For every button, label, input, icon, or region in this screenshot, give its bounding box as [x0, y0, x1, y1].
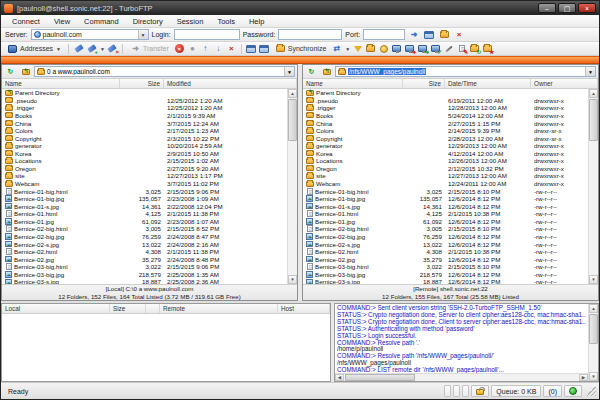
compare-folders-icon[interactable]: [365, 44, 376, 54]
menu-item-directory[interactable]: Directory: [126, 17, 170, 26]
close-button[interactable]: ×: [578, 3, 596, 13]
minimize-button[interactable]: –: [538, 3, 556, 13]
file-row[interactable]: Bernice-02.html4,3082/1/2015 11:38 PM: [2, 248, 287, 256]
schedule-icon[interactable]: [378, 44, 389, 54]
file-row[interactable]: Bernice-01.html4,1252/1/2015 10:38 PM-rw…: [303, 210, 588, 218]
task-edit-icon[interactable]: ✓: [430, 44, 441, 54]
scroll-thumb[interactable]: [589, 99, 598, 141]
scroll-down-icon[interactable]: ▼: [589, 275, 598, 284]
log-vscrollbar[interactable]: ▲ ▼: [588, 304, 598, 381]
local-scrollbar[interactable]: ▲ ▼: [287, 89, 297, 284]
queue-column-size[interactable]: Size: [110, 304, 146, 313]
transfer-button[interactable]: ➜ Transfer: [127, 43, 172, 55]
session-log[interactable]: COMMAND:> Sent client version string 'SS…: [335, 304, 588, 373]
scroll-down-icon[interactable]: ▼: [589, 372, 598, 381]
menu-item-connect[interactable]: Connect: [5, 17, 47, 26]
menu-item-session[interactable]: Session: [170, 17, 211, 26]
file-row[interactable]: Bernice-02-s.jpg13,02212/6/2014 8:12 PM-…: [303, 240, 588, 248]
folder-sync-icon[interactable]: ↻: [469, 44, 480, 54]
synchronize-button[interactable]: Synchronize: [272, 43, 330, 55]
folder-row[interactable]: site12/27/2013 1:17 PM: [2, 172, 287, 180]
remote-path-dropdown-icon[interactable]: ▼: [585, 67, 595, 76]
file-row[interactable]: Bernice-01.jpg61,09212/6/2014 8:12 PM-rw…: [303, 218, 588, 226]
folder-row[interactable]: Books2/1/2015 9:39 AM: [2, 112, 287, 120]
folder-row[interactable]: China2/27/2015 1:15 PMdrwxrwxr-x: [303, 119, 588, 127]
tools-icon[interactable]: [443, 44, 454, 54]
menu-item-command[interactable]: Command: [77, 17, 126, 26]
new-site-icon[interactable]: ★: [482, 44, 493, 54]
scroll-up-icon[interactable]: ▲: [288, 89, 297, 98]
connect-go-icon[interactable]: ➜: [408, 29, 420, 40]
remote-folder-up-icon[interactable]: [320, 66, 333, 77]
queue-column-host[interactable]: Host: [278, 304, 330, 313]
file-row[interactable]: Bernice-02-big.jpg76,2592/24/2008 8:47 P…: [2, 233, 287, 241]
file-row[interactable]: Bernice-02-big.html3,0052/15/2015 8:10 P…: [303, 225, 588, 233]
folder-row[interactable]: Oregon2/12/2015 10:32 PMdrwxrwxr-x: [303, 165, 588, 173]
scroll-thumb[interactable]: [345, 374, 415, 381]
queue-list[interactable]: [2, 314, 330, 381]
file-row[interactable]: Bernice-01-s.jpg14,36112/6/2014 8:12 PM-…: [303, 202, 588, 210]
folder-row[interactable]: Colors2/17/2015 1:23 AM: [2, 127, 287, 135]
scroll-right-icon[interactable]: ▶: [579, 374, 588, 381]
new-address-icon[interactable]: [423, 29, 435, 40]
folder-row[interactable]: Copyright2/3/2015 10:22 PM: [2, 134, 287, 142]
file-row[interactable]: Bernice-01-big.html3,0252/15/2015 8:10 P…: [303, 187, 588, 195]
queue-down-icon[interactable]: ↓: [213, 44, 224, 54]
folder-row[interactable]: generator10/20/2014 2:59 AM: [2, 142, 287, 150]
folder-row[interactable]: Locations2/15/2015 1:02 AM: [2, 157, 287, 165]
folder-row[interactable]: Locations12/26/2013 12:00 AMdrwxrwxr-x: [303, 157, 588, 165]
connect-dropdown-icon[interactable]: ▼: [100, 46, 105, 52]
column-header-owner[interactable]: Owner: [531, 79, 598, 88]
file-row[interactable]: Bernice-01.html4,1252/1/2015 11:38 PM: [2, 210, 287, 218]
file-row[interactable]: Bernice-01.jpg61,0922/23/2008 1:07 AM: [2, 218, 287, 226]
folder-row[interactable]: .trigger12/25/2012 1:20 AM: [2, 104, 287, 112]
local-folder-up-icon[interactable]: [19, 66, 32, 77]
scroll-up-icon[interactable]: ▲: [589, 89, 598, 98]
active-session-bar[interactable]: [1, 56, 599, 64]
remote-path-combo[interactable]: /nfs/WWW_pages/paulnoll ▼: [335, 66, 596, 77]
filter-icon[interactable]: [352, 44, 363, 54]
queue-column-blank[interactable]: [146, 304, 160, 313]
file-row[interactable]: Bernice-02.jpg35,2792/24/2008 8:48 PM: [2, 255, 287, 263]
file-row[interactable]: Bernice-02-big.html3,0052/15/2015 8:52 P…: [2, 225, 287, 233]
password-input[interactable]: [278, 29, 342, 40]
folder-row[interactable]: China3/7/2015 12:24 AM: [2, 119, 287, 127]
folder-row[interactable]: Oregon2/27/2015 9:20 AM: [2, 165, 287, 173]
server-dropdown-icon[interactable]: ▼: [138, 30, 148, 39]
disconnect-icon[interactable]: ×: [107, 44, 118, 54]
folder-row[interactable]: Copyright2/28/2013 12:00 AMdrwxr-sr-x: [303, 134, 588, 142]
scroll-up-icon[interactable]: ▲: [589, 304, 598, 313]
maximize-button[interactable]: ▢: [558, 3, 576, 13]
column-header-size[interactable]: Size: [120, 79, 164, 88]
remote-scrollbar[interactable]: ▲ ▼: [588, 89, 598, 284]
file-row[interactable]: Bernice-02.html4,3082/1/2015 10:38 PM-rw…: [303, 248, 588, 256]
queue-column-local[interactable]: Local: [2, 304, 110, 313]
folder-row[interactable]: generator12/29/2013 12:00 AMdrwxrwxr-x: [303, 142, 588, 150]
folder-row[interactable]: Colors2/14/2015 9:39 PMdrwxr-sr-x: [303, 127, 588, 135]
column-header-modified[interactable]: Modified: [164, 79, 297, 88]
menu-item-tools[interactable]: Tools: [210, 17, 242, 26]
parent-directory-row[interactable]: Parent Directory: [303, 89, 588, 97]
stop-icon[interactable]: ×: [174, 44, 185, 54]
local-browser-icon[interactable]: [246, 44, 257, 54]
file-row[interactable]: Bernice-03-big.html3,0222/15/2015 8:10 P…: [303, 263, 588, 271]
column-header-name[interactable]: Name: [303, 79, 403, 88]
file-row[interactable]: Bernice-03-big.jpg218,57912/6/2014 8:12 …: [303, 271, 588, 279]
column-header-date-time[interactable]: Date/Time: [445, 79, 531, 88]
remote-refresh-icon[interactable]: ↻: [305, 66, 318, 77]
folder-row[interactable]: Korea2/9/2015 10:50 AM: [2, 150, 287, 158]
port-input[interactable]: [363, 29, 405, 40]
menu-item-view[interactable]: View: [47, 17, 77, 26]
file-row[interactable]: Bernice-01-big.jpg135,05712/6/2014 8:12 …: [303, 195, 588, 203]
sync-dropdown-icon[interactable]: ▼: [345, 46, 350, 52]
connect-icon[interactable]: +: [86, 44, 97, 54]
file-row[interactable]: Bernice-03-big.jpg218,5792/25/2008 1:35 …: [2, 271, 287, 279]
file-row[interactable]: Bernice-02-s.jpg13,0222/24/2008 2:16 AM: [2, 240, 287, 248]
upload-task-icon[interactable]: ➜: [404, 44, 415, 54]
scroll-thumb[interactable]: [288, 99, 297, 141]
folder-row[interactable]: Webcam3/7/2015 11:02 PM: [2, 180, 287, 188]
column-header-size[interactable]: Size: [403, 79, 445, 88]
abort-icon[interactable]: ●: [187, 44, 198, 54]
resize-grip[interactable]: [586, 386, 596, 396]
folder-row[interactable]: Webcam12/24/2011 12:00 AMdrwxrwxr-x: [303, 180, 588, 188]
